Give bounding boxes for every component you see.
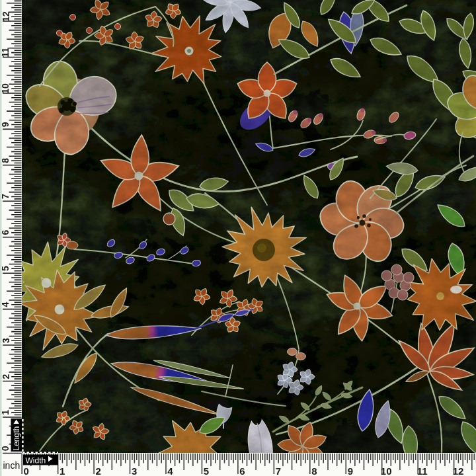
svg-text:Width: Width [25,456,46,465]
svg-text:8: 8 [311,465,317,476]
svg-text:9: 9 [1,122,11,127]
svg-text:4: 4 [167,465,173,476]
svg-text:7: 7 [276,465,281,476]
svg-text:11: 11 [1,48,11,58]
svg-text:11: 11 [417,465,428,476]
svg-text:5: 5 [1,266,11,271]
svg-text:3: 3 [1,338,11,343]
svg-text:1: 1 [60,465,65,476]
svg-text:6: 6 [1,230,11,235]
svg-text:10: 10 [381,465,392,476]
svg-text:3: 3 [132,465,137,476]
svg-text:7: 7 [1,194,11,199]
svg-text:5: 5 [204,465,209,476]
svg-text:0: 0 [24,465,29,476]
svg-text:Length: Length [12,426,21,451]
svg-text:6: 6 [239,465,245,476]
svg-text:10: 10 [1,83,11,94]
svg-text:inch: inch [3,460,20,471]
svg-text:12: 12 [1,11,11,22]
svg-text:2: 2 [1,374,11,379]
svg-text:0: 0 [1,446,11,451]
svg-text:8: 8 [1,158,11,163]
svg-text:12: 12 [453,465,464,476]
svg-text:4: 4 [1,301,11,307]
svg-text:9: 9 [348,465,353,476]
svg-text:2: 2 [95,465,100,476]
svg-text:1: 1 [1,410,11,415]
